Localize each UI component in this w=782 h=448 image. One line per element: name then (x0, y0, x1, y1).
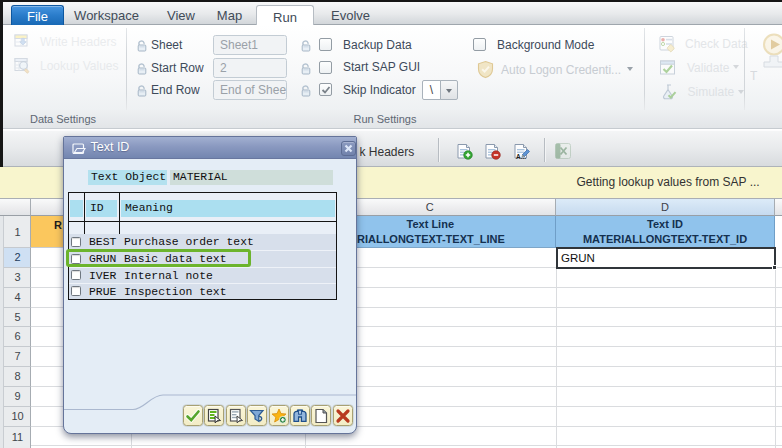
row-header-1[interactable]: 1 (0, 216, 31, 248)
run-settings-group-label: Run Settings (354, 110, 417, 128)
check-data-button[interactable]: Check Data (685, 37, 748, 51)
table-row-iver[interactable]: IVER Internal note (69, 267, 337, 283)
excel-export-icon[interactable] (554, 142, 572, 164)
skip-indicator-value[interactable]: \ (422, 80, 441, 100)
validate-dropdown-icon[interactable] (733, 65, 739, 69)
column-header-e[interactable] (775, 199, 782, 216)
tab-map[interactable]: Map (201, 4, 258, 27)
row-checkbox[interactable] (71, 286, 81, 296)
fill-handle[interactable] (772, 265, 777, 270)
toolbar-separator (544, 138, 545, 162)
row-header-4[interactable]: 4 (0, 288, 31, 308)
backup-data-checkbox[interactable] (319, 38, 332, 51)
row-header-11[interactable]: 11 (0, 427, 31, 448)
sheet-label: Sheet (151, 38, 182, 52)
cell-a1-partial-text: R (54, 219, 62, 231)
chevron-down-icon (446, 89, 452, 93)
row-header-6[interactable]: 6 (0, 327, 31, 347)
skip-indicator-label: Skip Indicator (343, 83, 416, 97)
end-row-input[interactable]: End of Sheet (213, 80, 287, 100)
skip-indicator-dropdown[interactable] (440, 80, 458, 100)
start-row-input[interactable]: 2 (213, 58, 287, 78)
continue-button[interactable] (183, 405, 203, 426)
background-mode-label: Background Mode (497, 38, 594, 52)
validate-button[interactable]: Validate (687, 61, 729, 75)
row-header-8[interactable]: 8 (0, 367, 31, 387)
filter-button[interactable] (247, 405, 267, 426)
data-settings-group-label: Data Settings (30, 110, 96, 128)
text-object-value[interactable]: MATERIAL (170, 170, 334, 185)
app-window: File Workspace View Map Run Evolve Write… (0, 0, 782, 448)
row-id: IVER (89, 268, 116, 284)
skip-indicator-checkbox[interactable] (319, 83, 332, 96)
copy-all-button[interactable] (226, 405, 246, 426)
row-checkbox[interactable] (71, 237, 81, 247)
cell-c1-line1: Text Line (407, 218, 454, 230)
lock-icon[interactable] (300, 61, 312, 79)
delete-row-icon[interactable] (484, 143, 501, 164)
run-test-big-button[interactable]: T (748, 25, 782, 110)
sheet-input[interactable]: Sheet1 (213, 35, 287, 55)
ribbon-group-labels: Data Settings Run Settings (3, 110, 782, 129)
find-button[interactable] (290, 405, 310, 426)
row-header-9[interactable]: 9 (0, 387, 31, 407)
start-sap-gui-checkbox[interactable] (319, 61, 332, 74)
headers-button-partial-label[interactable]: k Headers (360, 145, 415, 159)
cancel-button[interactable] (333, 405, 353, 426)
row-header-5[interactable]: 5 (0, 308, 31, 328)
shield-icon (476, 60, 495, 83)
dialog-table: ID Meaning BEST Purchase order text GRUN… (68, 192, 338, 301)
background-mode-checkbox[interactable] (473, 38, 486, 51)
gutter-left-sliver (0, 216, 4, 448)
dialog-close-button[interactable] (341, 141, 356, 156)
auto-logon-button[interactable]: Auto Logon Credenti... (501, 63, 621, 77)
start-row-label: Start Row (151, 61, 204, 75)
svg-text:A...: A... (516, 153, 526, 160)
table-row-prue[interactable]: PRUE Inspection text (69, 283, 337, 299)
row-header-10[interactable]: 10 (0, 407, 31, 427)
new-entry-button[interactable] (311, 405, 331, 426)
add-row-icon[interactable] (456, 143, 473, 164)
dialog-title-bar[interactable]: Text ID (64, 137, 356, 159)
table-row-best[interactable]: BEST Purchase order text (69, 234, 337, 250)
annotation-highlight-grun (66, 249, 251, 267)
table-header-row: ID Meaning (69, 193, 337, 222)
dialog-window-icon (72, 142, 86, 160)
edit-cell-icon[interactable]: A... (513, 143, 531, 164)
row-id: BEST (89, 234, 116, 250)
backup-data-label: Backup Data (343, 38, 412, 52)
cell-d1-line2: MATERIALLONGTEXT-TEXT_ID (583, 233, 747, 245)
row-checkbox[interactable] (71, 270, 81, 280)
tab-file[interactable]: File (11, 5, 64, 27)
lock-icon[interactable] (300, 83, 312, 101)
text-object-label: Text Object (88, 170, 167, 185)
meaning-column-header[interactable]: Meaning (121, 200, 335, 218)
cell-d1[interactable]: Text ID MATERIALLONGTEXT-TEXT_ID (556, 216, 775, 248)
row-meaning: Inspection text (124, 284, 227, 300)
simulate-dropdown-icon[interactable] (738, 90, 744, 94)
auto-logon-dropdown-icon[interactable] (627, 67, 633, 71)
group-validation: Check Data Validate Simulate (651, 25, 751, 110)
lock-icon[interactable] (300, 38, 312, 56)
simulate-button[interactable]: Simulate (688, 85, 735, 99)
lock-icon[interactable] (136, 61, 148, 79)
select-all-corner[interactable] (0, 199, 31, 216)
group-run-settings: Sheet Start Row End Row Sheet1 2 End of … (3, 25, 663, 110)
copy-selected-button[interactable] (204, 405, 224, 426)
row-header-2[interactable]: 2 (0, 248, 31, 268)
add-favorite-button[interactable] (269, 405, 289, 426)
tab-workspace[interactable]: Workspace (69, 4, 144, 27)
cell-d1-line1: Text ID (647, 218, 683, 230)
lock-icon[interactable] (136, 38, 148, 56)
selector-column-header[interactable] (70, 200, 83, 218)
tab-evolve[interactable]: Evolve (317, 4, 384, 27)
end-row-label: End Row (151, 83, 200, 97)
ribbon: Write Headers Lookup Values Sheet St (3, 25, 782, 110)
cell-d2-selected[interactable]: GRUN (556, 247, 776, 269)
validate-icon (659, 59, 677, 81)
lock-icon[interactable] (136, 83, 148, 101)
row-header-7[interactable]: 7 (0, 347, 31, 367)
column-header-d[interactable]: D (556, 199, 775, 216)
id-column-header[interactable]: ID (86, 200, 118, 218)
row-header-3[interactable]: 3 (0, 268, 31, 288)
